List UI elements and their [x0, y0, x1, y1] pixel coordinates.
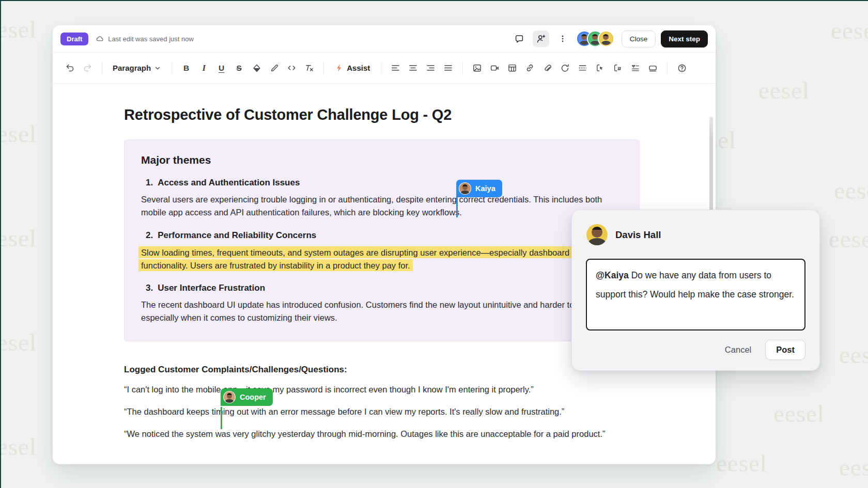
insert-embed-icon [613, 63, 623, 73]
cooper-presence-flag: Cooper [221, 388, 273, 406]
post-button[interactable]: Post [765, 340, 805, 360]
assist-button[interactable]: Assist [330, 60, 375, 76]
toolbar-separator [323, 61, 324, 75]
chevron-down-icon [154, 65, 161, 72]
history-icon [560, 63, 570, 73]
collaborator-avatar-3[interactable] [599, 32, 613, 46]
eesel-watermark: eesel [0, 328, 37, 356]
highlight-button[interactable] [249, 60, 265, 76]
strikethrough-button[interactable]: S [231, 60, 247, 76]
section-heading[interactable]: 2. Performance and Reliability Concerns [146, 230, 623, 241]
eesel-watermark: eesel [831, 17, 868, 44]
kaiya-presence-name: Kaiya [475, 184, 495, 193]
eesel-watermark: eesel [716, 449, 767, 477]
eesel-watermark: eesel [773, 400, 825, 428]
section-heading-text: Performance and Reliability Concerns [158, 230, 316, 241]
section-heading-text: Access and Authentication Issues [158, 178, 300, 188]
add-collaborator-button[interactable] [533, 30, 549, 47]
save-status-text: Last edit was saved just now [108, 35, 193, 43]
bold-button[interactable]: B [178, 60, 194, 76]
presence-avatar-stack [577, 32, 613, 46]
insert-embed-button[interactable] [610, 60, 626, 76]
eesel-watermark: eesel [0, 15, 37, 43]
italic-icon: I [202, 63, 206, 73]
attach-file-icon [542, 63, 552, 73]
top-bar: Draft Last edit was saved just now [53, 25, 716, 53]
align-right-button[interactable] [423, 60, 439, 76]
eesel-watermark: eesel [829, 225, 868, 253]
highlight-icon [252, 64, 261, 73]
more-options-button[interactable] [554, 30, 571, 47]
comment-input[interactable]: @Kaiya Do we have any data from users to… [586, 259, 805, 330]
insert-image-button[interactable] [469, 60, 485, 76]
draft-status-badge[interactable]: Draft [60, 33, 88, 45]
themes-heading[interactable]: Major themes [141, 154, 623, 166]
clear-formatting-button[interactable] [301, 60, 317, 76]
pen-button[interactable] [266, 60, 282, 76]
section-heading[interactable]: 3. User Interface Frustration [146, 283, 623, 293]
comments-button[interactable] [511, 30, 528, 47]
cooper-presence-name: Cooper [240, 393, 266, 401]
document-title[interactable]: Retrospective of Customer Challenge Log … [124, 106, 646, 123]
insert-button-icon [648, 63, 658, 73]
customer-quote-3[interactable]: “We noticed the system was very glitchy … [124, 426, 633, 442]
cancel-button[interactable]: Cancel [725, 345, 751, 355]
eesel-watermark: eesel [0, 433, 37, 461]
align-justify-button[interactable] [440, 60, 456, 76]
italic-button[interactable]: I [196, 60, 212, 76]
align-center-button[interactable] [405, 60, 421, 76]
underline-button[interactable]: U [213, 60, 229, 76]
section-heading[interactable]: 1. Access and Authentication Issues [146, 178, 623, 188]
themes-callout-box: Major themes 1. Access and Authenticatio… [124, 139, 640, 341]
topbar-actions: Close Next step [511, 30, 708, 48]
eesel-watermark: eesel [0, 120, 37, 148]
section-number: 3. [146, 283, 153, 293]
undo-button[interactable] [62, 60, 78, 76]
cooper-avatar [223, 391, 236, 403]
eesel-watermark: eesel [834, 177, 868, 204]
code-button[interactable] [284, 60, 300, 76]
clear-formatting-icon [304, 63, 314, 73]
insert-callout-icon [595, 63, 605, 73]
formatting-toolbar: Paragraph B I U S Assist [53, 53, 716, 84]
insert-image-icon [472, 63, 482, 73]
insert-link-icon [525, 63, 535, 73]
theme-section-3: 3. User Interface Frustration The recent… [141, 283, 623, 324]
help-button[interactable] [674, 60, 690, 76]
highlighted-text: Slow loading times, frequent timeouts, a… [138, 246, 572, 271]
history-button[interactable] [557, 60, 573, 76]
section-body[interactable]: The recent dashboard UI update has intro… [141, 298, 614, 324]
paragraph-style-select[interactable]: Paragraph [109, 60, 165, 76]
insert-callout-button[interactable] [592, 60, 608, 76]
section-body[interactable]: Slow loading times, frequent timeouts, a… [141, 246, 614, 272]
eesel-watermark: eesel [758, 76, 810, 104]
mention-tag: @Kaiya [596, 270, 629, 280]
customer-quote-1[interactable]: “I can't log into the mobile app—it says… [124, 382, 633, 397]
section-body[interactable]: Several users are experiencing trouble l… [141, 193, 614, 219]
insert-table-button[interactable] [504, 60, 520, 76]
comments-icon [514, 34, 524, 44]
align-justify-icon [443, 63, 453, 73]
align-right-icon [426, 63, 436, 73]
davis-hall-avatar [586, 224, 608, 245]
page-break-button[interactable] [575, 60, 591, 76]
toolbar-separator [462, 61, 463, 75]
section-heading-text: User Interface Frustration [158, 283, 265, 293]
comment-author-name: Davis Hall [615, 229, 661, 241]
next-step-button[interactable]: Next step [661, 30, 708, 48]
toolbar-separator [381, 61, 381, 75]
align-left-button[interactable] [388, 60, 404, 76]
toggle-list-button[interactable] [627, 60, 643, 76]
comment-header: Davis Hall [572, 210, 819, 245]
customer-quote-2[interactable]: “The dashboard keeps timing out with an … [124, 404, 633, 419]
insert-button-button[interactable] [645, 60, 661, 76]
comment-actions: Cancel Post [572, 330, 819, 370]
insert-video-button[interactable] [487, 60, 503, 76]
toggle-list-icon [630, 63, 640, 73]
insert-link-button[interactable] [522, 60, 538, 76]
close-button[interactable]: Close [622, 30, 656, 48]
kaiya-text-caret [456, 197, 458, 217]
attach-file-button[interactable] [539, 60, 555, 76]
more-options-icon [558, 34, 567, 43]
redo-button[interactable] [80, 60, 96, 76]
